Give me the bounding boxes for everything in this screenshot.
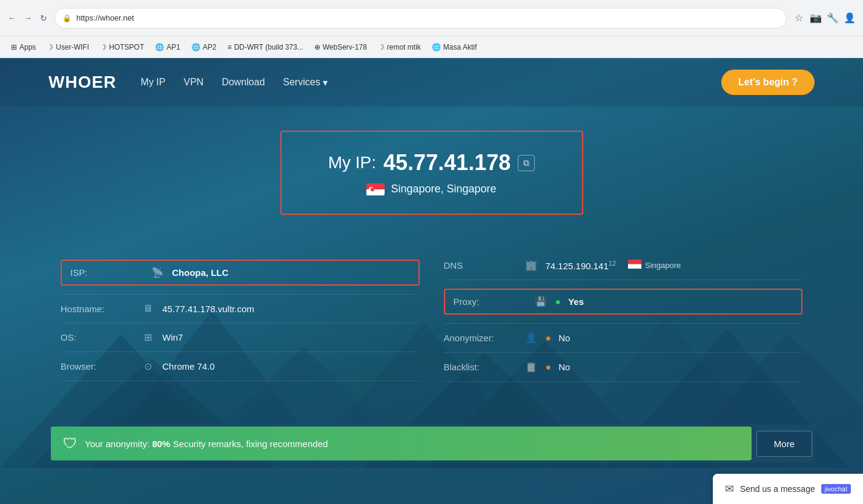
location-row: Singapore, Singapore <box>366 183 496 195</box>
info-grid: ISP: 📡 Choopa, LLC Hostname: 🖥 45.77.41.… <box>48 251 815 382</box>
anonymizer-icon: 👤 <box>524 332 538 344</box>
bookmark-ap1[interactable]: 🌐 AP1 <box>150 41 185 54</box>
proxy-row: Proxy: 💾 ● Yes <box>444 280 803 324</box>
browser-row: Browser: ⊙ Chrome 74.0 <box>61 352 420 381</box>
proxy-label: Proxy: <box>454 296 526 307</box>
nav-services-label: Services <box>283 77 320 88</box>
dns-row: DNS 🏢 74.125.190.14112 Singapore <box>444 251 803 280</box>
dns-icon: 🏢 <box>524 260 538 271</box>
blacklist-dot: ● <box>546 362 552 373</box>
proxy-icon: 💾 <box>534 296 548 307</box>
anonymity-prefix: Your anonymity: <box>85 439 150 449</box>
ap2-icon: 🌐 <box>191 43 200 51</box>
nav-services[interactable]: Services ▾ <box>283 77 327 88</box>
browser-label: Browser: <box>61 361 133 371</box>
nav-download[interactable]: Download <box>222 77 265 88</box>
bookmark-ap2[interactable]: 🌐 AP2 <box>187 41 222 54</box>
bookmark-apps-label: Apps <box>19 43 36 51</box>
bookmark-masa-label: Masa Aktif <box>443 43 477 51</box>
extension-button[interactable]: 🔧 <box>825 11 840 25</box>
wifi-icon: ☽ <box>47 43 53 51</box>
isp-box: ISP: 📡 Choopa, LLC <box>61 260 420 286</box>
chat-icon: ✉ <box>725 482 734 496</box>
bookmark-hotspot[interactable]: ☽ HOTSPOT <box>95 41 149 54</box>
forward-button[interactable]: → <box>22 12 34 24</box>
more-button[interactable]: More <box>756 431 812 457</box>
site-logo[interactable]: WHOER <box>48 73 116 92</box>
bookmark-ap1-label: AP1 <box>167 43 180 51</box>
remot-icon: ☽ <box>378 43 385 51</box>
bookmark-remot[interactable]: ☽ remot mtik <box>373 41 426 54</box>
ip-card-wrapper: My IP: 45.77.41.178 ⧉ <box>48 131 815 239</box>
hostname-label: Hostname: <box>61 304 133 314</box>
profile-button[interactable]: 👤 <box>842 11 857 25</box>
bookmark-remot-label: remot mtik <box>387 43 421 51</box>
location-text: Singapore, Singapore <box>391 183 496 195</box>
os-label: OS: <box>61 332 133 342</box>
bookmark-user-wifi[interactable]: ☽ User-WIFI <box>42 41 94 54</box>
hotspot-icon: ☽ <box>100 43 107 51</box>
back-button[interactable]: ← <box>6 12 18 24</box>
site-container: WHOER My IP VPN Download Services ▾ Let'… <box>0 58 863 504</box>
os-row: OS: ⊞ Win7 <box>61 323 420 352</box>
anonymizer-value: No <box>558 333 570 343</box>
bookmarks-bar: ⊞ Apps ☽ User-WIFI ☽ HOTSPOT 🌐 AP1 🌐 AP2… <box>0 36 863 58</box>
main-content: My IP: 45.77.41.178 ⧉ <box>0 106 863 406</box>
anonymity-percentage: 80% <box>152 439 170 449</box>
proxy-value: Yes <box>568 296 584 307</box>
shield-icon: 🛡 <box>63 435 78 452</box>
isp-label: ISP: <box>70 267 143 278</box>
star-button[interactable]: ☆ <box>792 11 806 25</box>
dns-flag-area: Singapore <box>628 260 681 271</box>
bookmark-ddwrt[interactable]: ≡ DD-WRT (build 373... <box>222 41 308 54</box>
anonymity-bar-inner: 🛡 Your anonymity: 80% Security remarks, … <box>51 427 752 460</box>
screenshot-button[interactable]: 📷 <box>808 11 823 25</box>
svg-point-13 <box>371 187 374 191</box>
cta-button[interactable]: Let's begin ? <box>721 70 815 95</box>
proxy-box: Proxy: 💾 ● Yes <box>444 289 803 315</box>
dns-label: DNS <box>444 260 517 270</box>
isp-row: ISP: 📡 Choopa, LLC <box>61 251 420 295</box>
blacklist-value: No <box>558 362 570 372</box>
apps-icon: ⊞ <box>11 43 17 51</box>
svg-rect-19 <box>628 260 641 264</box>
browser-actions: ☆ 📷 🔧 👤 <box>792 11 857 25</box>
anonymizer-label: Anonymizer: <box>444 333 517 343</box>
nav-vpn[interactable]: VPN <box>184 77 203 88</box>
bookmark-masa[interactable]: 🌐 Masa Aktif <box>427 41 481 54</box>
hostname-row: Hostname: 🖥 45.77.41.178.vultr.com <box>61 295 420 323</box>
bookmark-apps[interactable]: ⊞ Apps <box>6 41 41 54</box>
copy-ip-button[interactable]: ⧉ <box>518 155 535 171</box>
bookmark-webserv[interactable]: ⊕ WebServ-178 <box>309 41 372 54</box>
url-text: https://whoer.net <box>76 13 134 22</box>
bookmark-ddwrt-label: DD-WRT (build 373... <box>234 43 303 51</box>
refresh-button[interactable]: ↻ <box>38 12 50 24</box>
ip-label: My IP: <box>328 153 376 172</box>
webserv-icon: ⊕ <box>314 43 320 51</box>
info-left: ISP: 📡 Choopa, LLC Hostname: 🖥 45.77.41.… <box>48 251 432 382</box>
anonymity-suffix: Security remarks, fixing recommended <box>173 439 328 449</box>
browser-bar: ← → ↻ 🔒 https://whoer.net ☆ 📷 🔧 👤 <box>0 0 863 36</box>
nav-my-ip[interactable]: My IP <box>141 77 165 88</box>
blacklist-label: Blacklist: <box>444 362 517 372</box>
anonymity-text: Your anonymity: 80% Security remarks, fi… <box>85 439 328 449</box>
blacklist-row: Blacklist: 📋 ● No <box>444 353 803 382</box>
jivochat-badge: jivochat <box>821 484 851 494</box>
browser-info-icon: ⊙ <box>141 361 155 372</box>
ddwrt-icon: ≡ <box>227 43 231 51</box>
chat-widget[interactable]: ✉ Send us a message jivochat <box>713 474 863 504</box>
blacklist-icon: 📋 <box>524 361 538 373</box>
chat-label: Send us a message <box>740 484 815 494</box>
dns-flag-label: Singapore <box>645 261 681 270</box>
hostname-icon: 🖥 <box>141 303 155 314</box>
address-bar[interactable]: 🔒 https://whoer.net <box>55 8 787 28</box>
browser-value: Chrome 74.0 <box>162 361 215 371</box>
info-right: DNS 🏢 74.125.190.14112 Singapore <box>432 251 815 382</box>
nav: WHOER My IP VPN Download Services ▾ Let'… <box>0 58 863 106</box>
ip-card: My IP: 45.77.41.178 ⧉ <box>280 131 583 215</box>
ip-row: My IP: 45.77.41.178 ⧉ <box>328 150 535 175</box>
nav-links: My IP VPN Download Services ▾ <box>141 77 721 88</box>
bookmark-hotspot-label: HOTSPOT <box>109 43 144 51</box>
dns-value: 74.125.190.14112 <box>546 260 617 271</box>
os-value: Win7 <box>162 332 183 342</box>
